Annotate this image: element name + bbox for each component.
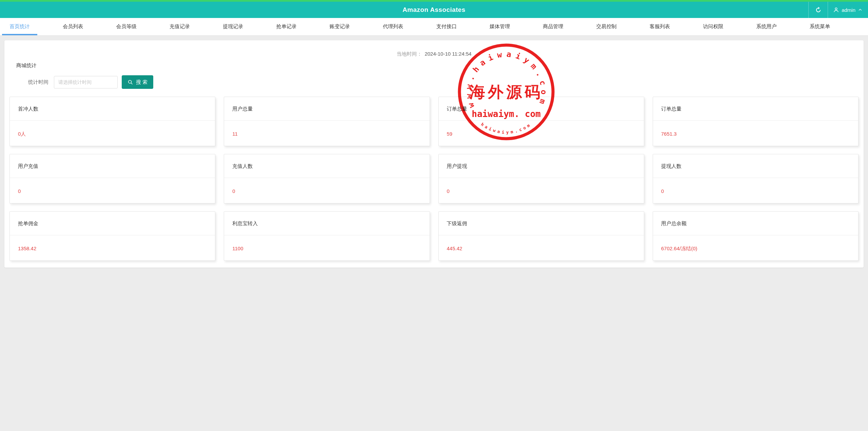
nav-tab-label: 支付接口 [436,23,457,30]
stat-card-value: 6702.64/冻结(0) [653,235,858,252]
nav-tab-1[interactable]: 首页统计 [2,18,37,35]
stat-card-title: 用户总量 [224,97,429,112]
username-label: admin [842,7,855,13]
stat-card-value: 7651.3 [653,121,858,137]
nav-tab-label: 交易控制 [596,23,617,30]
nav-tab-3[interactable]: 会员等级 [109,18,144,35]
stat-time-label: 统计时间 [28,79,48,85]
refresh-button[interactable] [808,2,828,18]
stat-card-2: 用户总量 11 [224,97,430,146]
stat-card-title: 订单总量 [653,97,858,112]
nav-tab-6[interactable]: 抢单记录 [269,18,304,35]
stat-card-5: 用户充值 0 [9,154,215,203]
nav-tab-label: 访问权限 [703,23,723,30]
stat-cards-grid: 首冲人数 0人 用户总量 11 订单总量 59 订单总量 7651.3 用户充值… [4,97,864,261]
stats-panel: 当地时间：2024-10-10 11:24:54 商城统计 统计时间 搜 索 首… [4,40,864,268]
stat-card-value: 0人 [10,121,215,137]
nav-tabs: 首页统计会员列表会员等级充值记录提现记录抢单记录账变记录代理列表支付接口媒体管理… [0,18,868,36]
search-button-label: 搜 索 [136,79,147,85]
stat-card-8: 提现人数 0 [653,154,859,203]
nav-tab-label: 账变记录 [330,23,350,30]
section-title: 商城统计 [16,62,864,69]
user-icon [833,7,839,13]
nav-tab-label: 系统菜单 [810,23,830,30]
stat-card-7: 用户提现 0 [438,154,644,203]
nav-tab-9[interactable]: 支付接口 [429,18,464,35]
stat-card-value: 0 [439,178,644,194]
nav-tab-label: 抢单记录 [276,23,297,30]
stat-card-3: 订单总量 59 [438,97,644,146]
admin-dashboard: { "header": { "title": "Amazon Associate… [0,0,868,431]
nav-tab-label: 代理列表 [383,23,403,30]
nav-tab-10[interactable]: 媒体管理 [482,18,517,35]
local-time-value: 2024-10-10 11:24:54 [425,51,471,57]
stat-card-title: 提现人数 [653,154,858,170]
nav-tab-15[interactable]: 系统用户 [749,18,784,35]
page-title: Amazon Associates [402,6,466,14]
nav-tab-label: 充值记录 [170,23,190,30]
nav-tab-label: 客服列表 [650,23,670,30]
stat-card-title: 利息宝转入 [224,212,429,227]
filter-row: 统计时间 搜 索 [28,75,864,89]
nav-tab-5[interactable]: 提现记录 [215,18,251,35]
nav-tab-label: 商品管理 [543,23,563,30]
stat-card-title: 首冲人数 [10,97,215,112]
nav-tab-11[interactable]: 商品管理 [535,18,571,35]
nav-tab-label: 系统用户 [756,23,777,30]
nav-tab-label: 会员列表 [63,23,83,30]
chevron-up-icon [858,7,863,12]
stat-card-9: 抢单佣金 1358.42 [9,211,215,261]
stat-card-11: 下级返佣 445.42 [438,211,644,261]
stat-card-title: 用户总余额 [653,212,858,227]
nav-tab-2[interactable]: 会员列表 [55,18,91,35]
stat-card-title: 抢单佣金 [10,212,215,227]
stat-card-title: 下级返佣 [439,212,644,227]
nav-tab-label: 提现记录 [223,23,243,30]
stat-card-1: 首冲人数 0人 [9,97,215,146]
page-body: 当地时间：2024-10-10 11:24:54 商城统计 统计时间 搜 索 首… [0,36,868,268]
nav-tab-7[interactable]: 账变记录 [322,18,357,35]
search-button[interactable]: 搜 索 [122,75,153,89]
stat-card-6: 充值人数 0 [224,154,430,203]
stat-card-value: 59 [439,121,644,137]
nav-tab-12[interactable]: 交易控制 [589,18,624,35]
refresh-icon [815,7,822,13]
app-header: Amazon Associates admin [0,2,868,18]
stat-card-value: 11 [224,121,429,137]
stat-card-value: 1100 [224,235,429,251]
stat-card-4: 订单总量 7651.3 [653,97,859,146]
nav-tab-label: 首页统计 [9,23,30,30]
stat-card-value: 445.42 [439,235,644,251]
nav-tab-13[interactable]: 客服列表 [642,18,677,35]
nav-tab-8[interactable]: 代理列表 [375,18,411,35]
nav-tab-label: 会员等级 [116,23,137,30]
stat-time-input[interactable] [54,76,118,89]
nav-tab-label: 媒体管理 [490,23,510,30]
stat-card-10: 利息宝转入 1100 [224,211,430,261]
stat-card-value: 0 [224,178,429,194]
stat-card-value: 0 [10,178,215,194]
stat-card-title: 订单总量 [439,97,644,112]
local-time-row: 当地时间：2024-10-10 11:24:54 [4,40,864,57]
stat-card-title: 充值人数 [224,154,429,170]
search-icon [127,79,133,85]
user-menu[interactable]: admin [828,2,868,18]
stat-card-title: 用户提现 [439,154,644,170]
stat-card-value: 0 [653,178,858,194]
local-time-label: 当地时间： [396,51,422,57]
nav-tab-4[interactable]: 充值记录 [162,18,197,35]
nav-tab-16[interactable]: 系统菜单 [802,18,837,35]
stat-card-title: 用户充值 [10,154,215,170]
stat-card-12: 用户总余额 6702.64/冻结(0) [653,211,859,261]
nav-tab-14[interactable]: 访问权限 [695,18,731,35]
header-controls: admin [808,2,868,18]
stat-card-value: 1358.42 [10,235,215,251]
